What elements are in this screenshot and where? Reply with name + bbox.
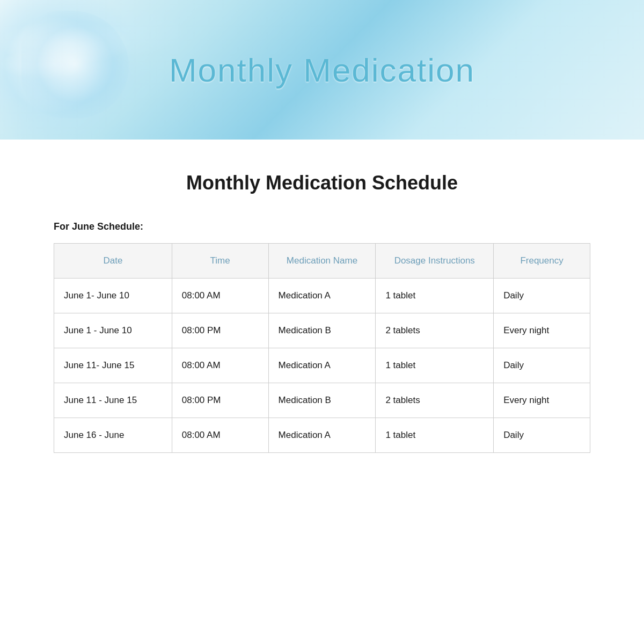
cell-dosage-instructions: 1 tablet: [376, 418, 494, 453]
col-header-frequency: Frequency: [494, 244, 590, 279]
header-title: Monthly Medication: [169, 51, 475, 89]
cell-frequency: Daily: [494, 348, 590, 383]
cell-dosage-instructions: 2 tablets: [376, 383, 494, 418]
table-row: June 1 - June 1008:00 PMMedication B2 ta…: [54, 313, 590, 348]
table-row: June 1- June 1008:00 AMMedication A1 tab…: [54, 279, 590, 313]
col-header-dosage-instructions: Dosage Instructions: [376, 244, 494, 279]
cell-date: June 16 - June: [54, 418, 172, 453]
table-header-row: Date Time Medication Name Dosage Instruc…: [54, 244, 590, 279]
cell-date: June 1 - June 10: [54, 313, 172, 348]
medication-schedule-table: Date Time Medication Name Dosage Instruc…: [54, 243, 590, 453]
cell-dosage-instructions: 2 tablets: [376, 313, 494, 348]
cell-frequency: Every night: [494, 383, 590, 418]
cell-time: 08:00 PM: [172, 313, 268, 348]
cell-time: 08:00 PM: [172, 383, 268, 418]
header-banner: Monthly Medication: [0, 0, 644, 140]
page-title: Monthly Medication Schedule: [54, 172, 590, 194]
col-header-medication-name: Medication Name: [268, 244, 376, 279]
cell-time: 08:00 AM: [172, 418, 268, 453]
cell-dosage-instructions: 1 tablet: [376, 348, 494, 383]
cell-medication-name: Medication B: [268, 383, 376, 418]
cell-dosage-instructions: 1 tablet: [376, 279, 494, 313]
table-row: June 11- June 1508:00 AMMedication A1 ta…: [54, 348, 590, 383]
cell-medication-name: Medication A: [268, 348, 376, 383]
cell-date: June 1- June 10: [54, 279, 172, 313]
col-header-date: Date: [54, 244, 172, 279]
table-row: June 16 - June08:00 AMMedication A1 tabl…: [54, 418, 590, 453]
cell-frequency: Daily: [494, 418, 590, 453]
schedule-label: For June Schedule:: [54, 221, 590, 232]
table-row: June 11 - June 1508:00 PMMedication B2 t…: [54, 383, 590, 418]
col-header-time: Time: [172, 244, 268, 279]
cell-date: June 11- June 15: [54, 348, 172, 383]
main-content: Monthly Medication Schedule For June Sch…: [0, 140, 644, 485]
cell-time: 08:00 AM: [172, 279, 268, 313]
cell-frequency: Every night: [494, 313, 590, 348]
cell-medication-name: Medication A: [268, 279, 376, 313]
cell-medication-name: Medication B: [268, 313, 376, 348]
cell-time: 08:00 AM: [172, 348, 268, 383]
cell-date: June 11 - June 15: [54, 383, 172, 418]
cell-medication-name: Medication A: [268, 418, 376, 453]
cell-frequency: Daily: [494, 279, 590, 313]
